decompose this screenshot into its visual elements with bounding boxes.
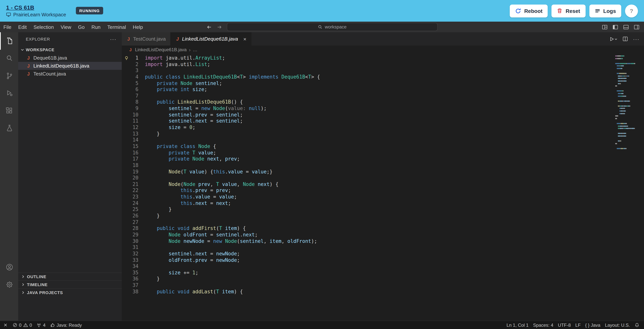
assignment-link[interactable]: 1 - CS 61B	[6, 4, 66, 11]
tab-linkedlistdeque61b-java[interactable]: JLinkedListDeque61B.java×	[171, 32, 251, 46]
line-number[interactable]: 12	[122, 124, 138, 131]
menu-item-terminal[interactable]: Terminal	[104, 22, 129, 32]
line-number[interactable]: 24	[122, 200, 138, 206]
toggle-panel-icon[interactable]	[623, 24, 629, 30]
file-linkedlistdeque61b-java[interactable]: JLinkedListDeque61B.java	[18, 62, 122, 70]
line-number[interactable]: 20	[122, 175, 138, 181]
encoding[interactable]: UTF-8	[556, 322, 573, 328]
code-line[interactable]: 28 public void addFirst(T item) {	[122, 226, 644, 232]
menu-item-help[interactable]: Help	[129, 22, 146, 32]
line-number[interactable]: 33	[122, 257, 138, 263]
code-line[interactable]: 21 Node(Node prev, T value, Node next) {	[122, 181, 644, 188]
more-actions-icon[interactable]: ···	[633, 36, 640, 42]
line-number[interactable]: 17	[122, 156, 138, 162]
code-line[interactable]: 38 public void addLast(T item) {	[122, 288, 644, 295]
code-line[interactable]: 13 }	[122, 131, 644, 137]
code-line[interactable]: 32 sentinel.next = newNode;	[122, 251, 644, 257]
toggle-sidebar-left-icon[interactable]	[612, 24, 618, 30]
menu-item-run[interactable]: Run	[88, 22, 104, 32]
code-line[interactable]: 35 size += 1;	[122, 270, 644, 276]
code-line[interactable]: 20	[122, 175, 644, 181]
extensions-icon[interactable]	[0, 102, 18, 120]
code-line[interactable]: 25 }	[122, 207, 644, 213]
toggle-sidebar-right-icon[interactable]	[634, 24, 640, 30]
menu-item-view[interactable]: View	[57, 22, 75, 32]
explorer-icon[interactable]	[0, 32, 18, 50]
line-number[interactable]: 25	[122, 207, 138, 213]
code-line[interactable]: 12 size = 0;	[122, 124, 644, 131]
line-number[interactable]: 4	[122, 74, 138, 80]
code-line[interactable]: 1import java.util.ArrayList;	[122, 55, 644, 61]
keyboard-layout[interactable]: Layout: U.S.	[603, 322, 632, 328]
code-line[interactable]: 37	[122, 282, 644, 288]
reboot-button[interactable]: Reboot	[510, 4, 548, 17]
code-line[interactable]: 6 private int size;	[122, 87, 644, 93]
line-number[interactable]: 7	[122, 93, 138, 99]
logs-button[interactable]: Logs	[589, 4, 621, 17]
line-number[interactable]: 18	[122, 162, 138, 169]
forward-arrow-icon[interactable]	[216, 24, 222, 30]
lightbulb-icon[interactable]	[124, 56, 129, 61]
line-number[interactable]: 14	[122, 137, 138, 143]
line-number[interactable]: 23	[122, 194, 138, 200]
code-line[interactable]: 27	[122, 219, 644, 225]
testing-icon[interactable]	[0, 120, 18, 137]
code-line[interactable]: 3	[122, 68, 644, 74]
problems-indicator[interactable]: 0 0	[10, 321, 34, 329]
line-number[interactable]: 29	[122, 232, 138, 238]
code-line[interactable]: 23 this.value = value;	[122, 194, 644, 200]
menu-item-file[interactable]: File	[0, 22, 15, 32]
workspace-folder-row[interactable]: WORKSPACE	[18, 46, 122, 54]
code-line[interactable]: 19 Node(T value) {this.value = value;}	[122, 169, 644, 175]
line-number[interactable]: 31	[122, 244, 138, 251]
code-line[interactable]: 5 private Node sentinel;	[122, 80, 644, 87]
eol[interactable]: LF	[573, 322, 583, 328]
breadcrumb-file[interactable]: LinkedListDeque61B.java	[135, 47, 186, 52]
breadcrumb-tail[interactable]: …	[193, 47, 198, 52]
line-number[interactable]: 26	[122, 213, 138, 219]
code-line[interactable]: 4public class LinkedListDeque61B<T> impl…	[122, 74, 644, 80]
help-button[interactable]: ?	[625, 4, 638, 17]
line-number[interactable]: 6	[122, 87, 138, 93]
notifications-bell[interactable]	[632, 321, 642, 329]
code-line[interactable]: 30 Node newNode = new Node(sentinel, ite…	[122, 238, 644, 244]
line-number[interactable]: 8	[122, 99, 138, 106]
close-icon[interactable]: ×	[243, 36, 246, 42]
line-number[interactable]: 37	[122, 282, 138, 288]
line-number[interactable]: 35	[122, 270, 138, 276]
menu-item-edit[interactable]: Edit	[15, 22, 30, 32]
code-line[interactable]: 29 Node oldFront = sentinel.next;	[122, 232, 644, 238]
line-number[interactable]: 38	[122, 288, 138, 295]
split-editor-icon[interactable]	[622, 36, 628, 42]
tab-testcount-java[interactable]: JTestCount.java	[122, 32, 171, 46]
run-debug-icon[interactable]	[0, 85, 18, 102]
code-line[interactable]: 8 public LinkedListDeque61B() {	[122, 99, 644, 106]
run-button[interactable]	[609, 36, 618, 42]
line-number[interactable]: 5	[122, 80, 138, 87]
line-number[interactable]: 27	[122, 219, 138, 225]
line-number[interactable]: 34	[122, 263, 138, 270]
code-line[interactable]: 15 private class Node {	[122, 143, 644, 150]
code-line[interactable]: 17 private Node next, prev;	[122, 156, 644, 162]
code-line[interactable]: 2import java.util.List;	[122, 61, 644, 68]
settings-gear-icon[interactable]	[0, 276, 18, 293]
cursor-position[interactable]: Ln 1, Col 1	[504, 322, 531, 328]
remote-indicator[interactable]	[1, 321, 10, 329]
line-number[interactable]: 22	[122, 188, 138, 194]
line-number[interactable]: 13	[122, 131, 138, 137]
code-line[interactable]: 7	[122, 93, 644, 99]
line-number[interactable]: 19	[122, 169, 138, 175]
code-line[interactable]: 22 this.prev = prev;	[122, 188, 644, 194]
code-line[interactable]: 26 }	[122, 213, 644, 219]
search-icon[interactable]	[0, 50, 18, 67]
code-line[interactable]: 31	[122, 244, 644, 251]
language-mode[interactable]: { } Java	[583, 322, 603, 328]
code-line[interactable]: 16 private T value;	[122, 150, 644, 156]
line-number[interactable]: 3	[122, 68, 138, 74]
back-arrow-icon[interactable]	[206, 24, 212, 30]
more-actions-icon[interactable]: ···	[110, 36, 116, 42]
line-number[interactable]: 28	[122, 226, 138, 232]
line-number[interactable]: 2	[122, 61, 138, 68]
code-line[interactable]: 9 sentinel = new Node(value: null);	[122, 106, 644, 112]
line-number[interactable]: 9	[122, 106, 138, 112]
